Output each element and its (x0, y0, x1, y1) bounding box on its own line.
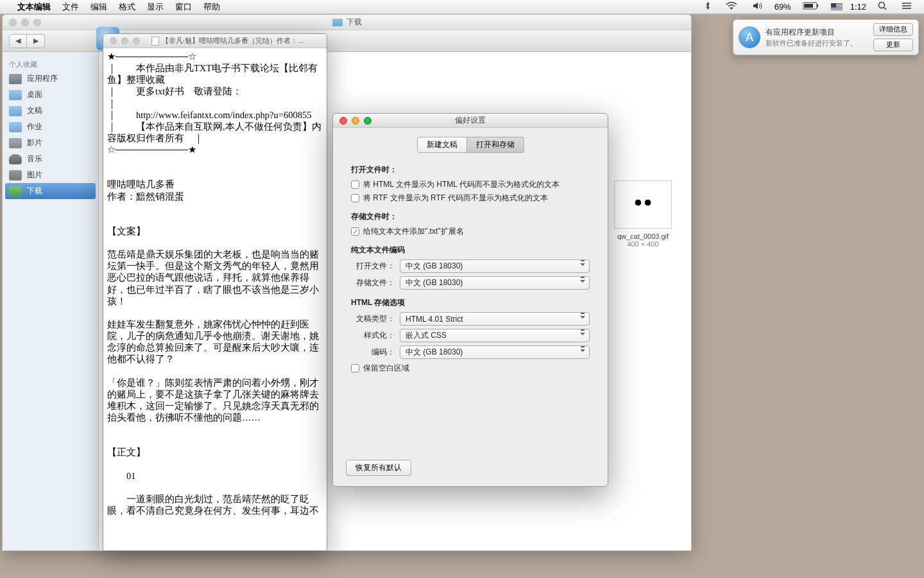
volume-icon[interactable] (749, 2, 767, 12)
battery-percent[interactable]: 69% (774, 2, 791, 12)
textedit-title: 【非凡·魅】哩咕哩咕几多番（完结）作者：... (162, 36, 304, 46)
menu-window[interactable]: 窗口 (169, 1, 198, 13)
finder-traffic-lights[interactable] (9, 19, 41, 26)
update-notification: A 有应用程序更新项目 新软件已准备好进行安装了。 详细信息 更新 (733, 19, 919, 55)
sidebar-item-homework[interactable]: 作业 (3, 119, 98, 135)
menu-view[interactable]: 显示 (141, 1, 169, 13)
checkbox-preserve-blank[interactable] (351, 364, 359, 372)
sidebar-item-movies[interactable]: 影片 (3, 135, 98, 151)
notification-center-icon[interactable] (898, 2, 915, 12)
menu-file[interactable]: 文件 (56, 1, 85, 13)
sidebar-item-applications[interactable]: 应用程序 (3, 71, 98, 87)
open-encoding-select[interactable]: 中文 (GB 18030) (400, 259, 590, 273)
open-section-label: 打开文件时： (351, 164, 590, 175)
svg-line-5 (884, 8, 886, 10)
preferences-window: 偏好设置 新建文稿 打开和存储 打开文件时： 将 HTML 文件显示为 HTML… (332, 113, 608, 487)
file-thumb[interactable]: qw_cat_0003.gif 400 × 400 (601, 180, 685, 248)
notification-details-button[interactable]: 详细信息 (873, 23, 913, 36)
svg-rect-3 (804, 4, 813, 8)
svg-point-4 (879, 3, 885, 8)
checkbox-txt-ext[interactable]: ✓ (351, 227, 359, 236)
sidebar-item-downloads[interactable]: 下载 (5, 183, 96, 199)
save-section-label: 存储文件时： (351, 211, 590, 222)
html-section-label: HTML 存储选项 (351, 297, 590, 308)
textedit-document[interactable]: ★───────────☆ ｜ 本作品由非凡TXT电子书下载论坛【比邻有鱼】整理… (103, 48, 327, 550)
sidebar-item-documents[interactable]: 文稿 (3, 103, 98, 119)
menu-help[interactable]: 帮助 (198, 1, 226, 13)
forward-button[interactable]: ▶ (27, 34, 45, 48)
sidebar-item-pictures[interactable]: 图片 (3, 167, 98, 183)
encoding-section-label: 纯文本文件编码 (351, 245, 590, 256)
bluetooth-icon[interactable] (701, 1, 714, 12)
spotlight-icon[interactable] (874, 1, 891, 12)
prefs-title: 偏好设置 (455, 115, 486, 126)
sidebar-item-music[interactable]: 音乐 (3, 151, 98, 167)
tab-open-save[interactable]: 打开和存储 (467, 137, 524, 153)
back-button[interactable]: ◀ (9, 34, 27, 48)
tab-new-document[interactable]: 新建文稿 (417, 137, 467, 153)
clock[interactable]: 1:12 (850, 2, 866, 12)
menu-format[interactable]: 格式 (113, 1, 141, 13)
textedit-window: 【非凡·魅】哩咕哩咕几多番（完结）作者：... ★───────────☆ ｜ … (103, 33, 327, 551)
finder-sidebar: 个人收藏 应用程序 桌面 文稿 作业 影片 音乐 图片 下载 (3, 52, 99, 550)
menu-edit[interactable]: 编辑 (85, 1, 113, 13)
notification-subtitle: 新软件已准备好进行安装了。 (766, 39, 868, 48)
checkbox-html-code[interactable] (351, 180, 359, 189)
prefs-traffic-lights[interactable] (339, 117, 372, 125)
notification-update-button[interactable]: 更新 (873, 39, 913, 51)
app-menu[interactable]: 文本编辑 (12, 1, 56, 13)
wifi-icon[interactable] (722, 2, 741, 12)
restore-defaults-button[interactable]: 恢复所有默认 (346, 460, 411, 476)
html-encoding-select[interactable]: 中文 (GB 18030) (400, 346, 590, 359)
sidebar-header: 个人收藏 (3, 56, 98, 71)
notification-title: 有应用程序更新项目 (766, 27, 868, 38)
battery-icon[interactable] (799, 2, 823, 12)
appstore-icon: A (739, 26, 760, 48)
svg-point-0 (731, 8, 732, 10)
checkbox-rtf-code[interactable] (351, 194, 359, 202)
menu-bar: 文本编辑 文件 编辑 格式 显示 窗口 帮助 69% 1:12 (0, 0, 924, 14)
finder-title: 下载 (346, 17, 362, 28)
input-source-icon[interactable] (831, 3, 843, 11)
doctype-select[interactable]: HTML 4.01 Strict (400, 312, 590, 326)
save-encoding-select[interactable]: 中文 (GB 18030) (400, 276, 590, 290)
svg-rect-2 (817, 4, 818, 7)
textedit-traffic-lights[interactable] (110, 37, 140, 44)
sidebar-item-desktop[interactable]: 桌面 (3, 87, 98, 103)
folder-icon (332, 19, 343, 26)
document-icon (151, 37, 159, 46)
style-select[interactable]: 嵌入式 CSS (400, 329, 590, 342)
